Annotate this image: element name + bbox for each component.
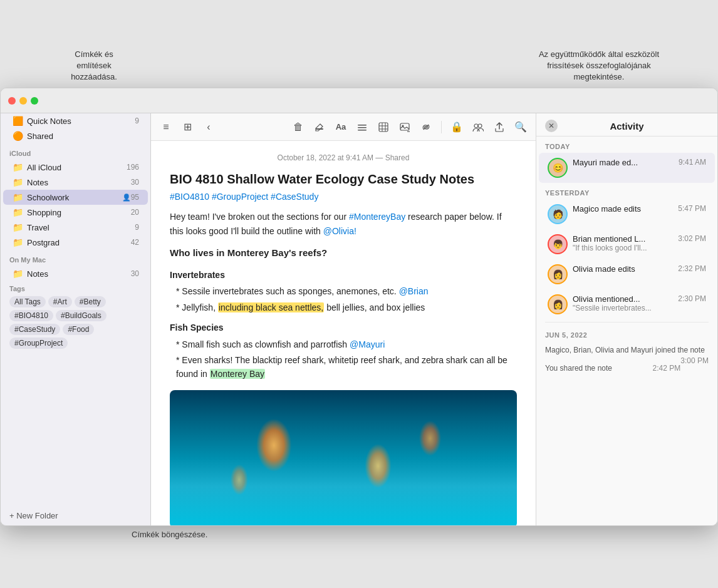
minimize-button[interactable] [19, 97, 27, 105]
list-item: Even sharks! The blacktip reef shark, wh… [176, 353, 517, 381]
svg-rect-1 [358, 125, 367, 126]
search-button[interactable]: 🔍 [512, 118, 529, 136]
activity-time-brian: 3:02 PM [678, 234, 706, 243]
activity-item-brian[interactable]: 👦 Brian mentioned L... "If this looks go… [539, 229, 715, 259]
sidebar-item-shared[interactable]: 🟠 Shared [3, 128, 148, 143]
shared-label: Shared [27, 132, 139, 141]
tag-art[interactable]: #Art [48, 296, 72, 307]
sidebar-item-notes-icloud[interactable]: 📁 Notes 30 [3, 175, 148, 190]
jun5-label: JUN 5, 2022 [536, 325, 717, 341]
sidebar-item-notes-mac[interactable]: 📁 Notes 30 [3, 266, 148, 281]
mention-brian[interactable]: @Brian [399, 286, 429, 296]
checklist-button[interactable] [353, 118, 371, 136]
close-button[interactable] [8, 97, 16, 105]
note-area[interactable]: October 18, 2022 at 9:41 AM — Shared BIO… [151, 141, 536, 525]
allicloud-icon: 📁 [12, 162, 23, 172]
tag-casestudy[interactable]: #CaseStudy [9, 324, 60, 335]
fish-list: Small fish such as clownfish and parrotf… [170, 338, 517, 381]
avatar-olivia-edits: 👩 [548, 264, 568, 284]
note-jellyfish-image [170, 390, 517, 525]
activity-time-olivia-mention: 2:30 PM [678, 294, 706, 303]
postgrad-label: Postgrad [27, 238, 131, 247]
tag-betty[interactable]: #Betty [75, 296, 106, 307]
activity-item-olivia-mention[interactable]: 👩 Olivia mentioned... "Sessile invertebr… [539, 289, 715, 319]
postgrad-icon: 📁 [12, 237, 23, 247]
hashtag-groupproject[interactable]: #GroupProject [212, 192, 271, 202]
schoolwork-shared-icon: 👤 [122, 193, 131, 202]
activity-info-olivia-edits: Olivia made edits [573, 264, 673, 274]
invertebrates-list: Sessile invertebrates such as sponges, a… [170, 284, 517, 314]
list-item: Small fish such as clownfish and parrotf… [176, 338, 517, 351]
annotations-top: Címkék és említések hozzáadása. Az együt… [0, 49, 718, 88]
delete-button[interactable]: 🗑 [289, 118, 307, 136]
shared-note-time: 2:42 PM [653, 363, 681, 374]
tags-grid: All Tags #Art #Betty #BIO4810 #BuildGoal… [9, 296, 142, 349]
sidebar-item-travel[interactable]: 📁 Travel 9 [3, 220, 148, 235]
sidebar-item-shopping[interactable]: 📁 Shopping 20 [3, 205, 148, 220]
notes-icloud-count: 30 [131, 178, 139, 187]
tag-bio4810[interactable]: #BIO4810 [9, 310, 53, 321]
sidebar-item-schoolwork[interactable]: 📁 Schoolwork 👤 95 [3, 190, 148, 205]
postgrad-count: 42 [131, 238, 139, 247]
tag-buildgoals[interactable]: #BuildGoals [56, 310, 107, 321]
shopping-count: 20 [131, 208, 139, 217]
activity-item-olivia-edits[interactable]: 👩 Olivia made edits 2:32 PM [539, 259, 715, 289]
maximize-button[interactable] [31, 97, 38, 105]
share-button[interactable] [491, 118, 508, 136]
compose-button[interactable] [311, 118, 328, 136]
notes-mac-label: Notes [27, 269, 131, 279]
hashtag-casestudy[interactable]: #CaseStudy [271, 192, 318, 202]
shopping-label: Shopping [27, 208, 131, 217]
activity-item-mayuri-today[interactable]: 😊 Mayuri made ed... 9:41 AM [539, 153, 715, 183]
activity-time-olivia-edits: 2:32 PM [678, 264, 706, 273]
sidebar-item-quicknotes[interactable]: 🟧 Quick Notes 9 [3, 113, 148, 128]
list-view-button[interactable]: ≡ [157, 118, 175, 136]
schoolwork-count: 95 [131, 193, 139, 202]
hashtag-bio4810[interactable]: #BIO4810 [170, 192, 212, 202]
joined-note-text: Magico, Brian, Olivia and Mayuri joined … [545, 346, 705, 354]
back-button[interactable]: ‹ [200, 118, 217, 136]
subsection-fish: Fish Species [170, 321, 517, 334]
svg-rect-9 [400, 123, 409, 130]
grid-view-button[interactable]: ⊞ [179, 118, 196, 136]
today-label: TODAY [536, 137, 717, 153]
format-text-button[interactable]: Aa [332, 118, 350, 136]
joined-note-time: 3:00 PM [680, 356, 709, 366]
activity-close-button[interactable]: ✕ [545, 120, 558, 132]
media-button[interactable] [396, 118, 414, 136]
app-window: 🟧 Quick Notes 9 🟠 Shared iCloud 📁 All iC… [0, 88, 718, 526]
allicloud-label: All iCloud [27, 163, 127, 172]
tag-food[interactable]: #Food [63, 324, 94, 335]
mention-montereybay[interactable]: #MontereyBay [349, 212, 405, 222]
note-hashtags: #BIO4810 #GroupProject #CaseStudy [170, 191, 517, 202]
travel-icon: 📁 [12, 222, 23, 232]
notes-mac-count: 30 [131, 269, 139, 278]
mention-olivia[interactable]: @Olivia! [323, 226, 356, 236]
link-button[interactable] [417, 118, 435, 136]
tag-groupproject[interactable]: #GroupProject [9, 338, 68, 349]
activity-preview-olivia-mention: "Sessile invertebrates... [573, 304, 673, 312]
tag-alltags[interactable]: All Tags [9, 296, 46, 307]
collab-button[interactable] [469, 118, 487, 136]
sidebar: 🟧 Quick Notes 9 🟠 Shared iCloud 📁 All iC… [1, 113, 151, 525]
avatar-olivia-mention: 👩 [548, 294, 568, 314]
titlebar [1, 88, 717, 113]
sidebar-item-allicloud[interactable]: 📁 All iCloud 196 [3, 160, 148, 175]
traffic-lights [8, 97, 38, 105]
highlight-blackseanettles: including black sea nettles, [218, 302, 324, 312]
svg-point-13 [474, 124, 478, 128]
tags-section: Tags All Tags #Art #Betty #BIO4810 #Buil… [1, 281, 150, 353]
avatar-magico: 🧑 [548, 204, 568, 224]
note-body: Hey team! I've broken out the sections f… [170, 210, 517, 525]
activity-item-magico[interactable]: 🧑 Magico made edits 5:47 PM [539, 199, 715, 229]
mention-mayuri[interactable]: @Mayuri [350, 339, 385, 349]
lock-button[interactable]: 🔒 [448, 118, 466, 136]
annotation-bottom: Címkék böngészése. [0, 526, 718, 539]
notes-mac-icon: 📁 [12, 269, 23, 279]
activity-time-magico: 5:47 PM [678, 204, 706, 213]
sidebar-item-postgrad[interactable]: 📁 Postgrad 42 [3, 235, 148, 250]
table-button[interactable] [375, 118, 392, 136]
travel-label: Travel [27, 223, 135, 232]
note-content-panel: ≡ ⊞ ‹ 🗑 Aa [151, 113, 536, 525]
new-folder-button[interactable]: + New Folder [1, 506, 150, 525]
